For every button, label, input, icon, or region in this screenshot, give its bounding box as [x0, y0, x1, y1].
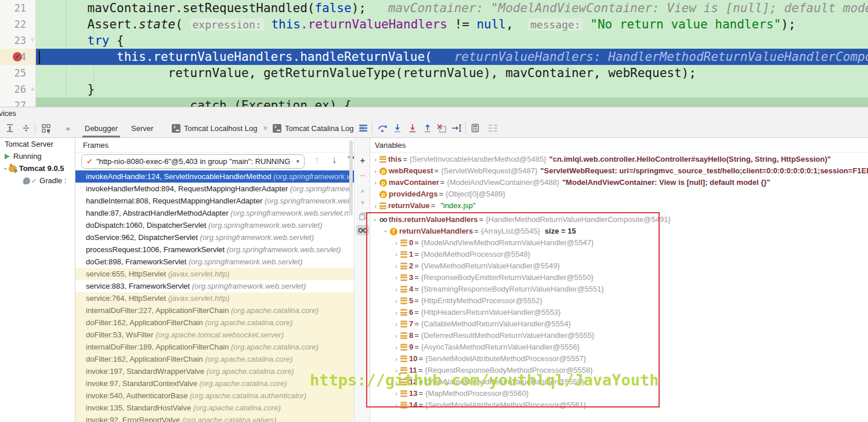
step-out-button[interactable] — [422, 123, 433, 133]
breakpoint-icon[interactable]: ✓ — [13, 52, 22, 61]
variables-list[interactable]: ›this={ServletInvocableHandlerMethod@548… — [370, 154, 868, 422]
gutter-line[interactable]: 23▿ — [0, 32, 35, 49]
gutter-line[interactable]: 25 — [0, 65, 35, 81]
chevron-collapsed-icon[interactable]: › — [392, 318, 400, 330]
frame-row[interactable]: service:764, HttpServlet (javax.servlet.… — [75, 292, 354, 304]
layout-settings-button[interactable] — [358, 123, 368, 133]
variable-row[interactable]: ›pmavContainer={ModelAndViewContainer@54… — [370, 177, 868, 188]
frame-row[interactable]: handle:87, AbstractHandlerMethodAdapter … — [75, 207, 354, 219]
frame-row[interactable]: service:883, FrameworkServlet (org.sprin… — [75, 280, 354, 292]
chevron-expanded-icon[interactable]: › — [380, 227, 392, 235]
duplicate-watch-button[interactable] — [355, 210, 371, 222]
tree-item-tomcat-9-0-5[interactable]: ›Tomcat 9.0.5 — [0, 162, 75, 174]
chevron-collapsed-icon[interactable]: › — [392, 295, 400, 307]
frame-row[interactable]: doGet:898, FrameworkServlet (org.springf… — [75, 256, 354, 268]
frame-row[interactable]: invokeAndHandle:124, ServletInvocableHan… — [75, 170, 354, 183]
move-watch-down-button[interactable]: ▼ — [355, 197, 371, 208]
tab-server[interactable]: Server — [131, 119, 153, 137]
frame-row[interactable]: doService:962, DispatcherServlet (org.sp… — [75, 231, 354, 243]
gutter-line[interactable]: 21 — [0, 0, 35, 16]
frame-row[interactable]: doDispatch:1060, DispatcherServlet (org.… — [75, 219, 354, 231]
variable-row[interactable]: ›0={ModelAndViewMethodReturnValueHandler… — [370, 237, 868, 249]
variable-row[interactable]: ›7={CallableMethodReturnValueHandler@555… — [370, 318, 868, 330]
variable-row[interactable]: ›2={ViewMethodReturnValueHandler@5549} — [370, 260, 868, 272]
chevron-collapsed-icon[interactable]: › — [392, 307, 400, 318]
gutter-line[interactable]: 24✓ — [0, 49, 35, 65]
editor-code-area[interactable]: mavContainer.setRequestHandled(false); m… — [36, 0, 868, 107]
layout-columns-button[interactable] — [487, 123, 498, 133]
variable-row[interactable]: ›this={ServletInvocableHandlerMethod@548… — [370, 154, 868, 165]
frame-row[interactable]: invoke:197, StandardWrapperValve (org.ap… — [75, 365, 354, 377]
variable-row[interactable]: ›8={DeferredResultMethodReturnValueHandl… — [370, 330, 868, 341]
close-icon[interactable]: × — [263, 123, 267, 133]
move-watch-up-button[interactable]: ▲ — [355, 184, 371, 196]
tab-tomcat-catalina-log[interactable]: Tomcat Catalina Log × — [273, 119, 364, 137]
variable-row[interactable]: ›oothis.returnValueHandlers={HandlerMeth… — [370, 214, 868, 225]
chevron-collapsed-icon[interactable]: › — [392, 388, 400, 399]
frame-row[interactable]: internalDoFilter:189, ApplicationFilterC… — [75, 341, 354, 353]
editor-gutter[interactable]: 212223▿24✓2526▵27 — [0, 0, 36, 107]
tree-item-running[interactable]: Running — [0, 150, 75, 162]
expand-all-button[interactable] — [5, 123, 15, 133]
variable-row[interactable]: ›12={ViewNameMethodReturnValueHandler@55… — [370, 376, 868, 388]
chevron-collapsed-icon[interactable]: › — [392, 330, 400, 341]
prev-frame-button[interactable]: ↑ — [314, 155, 319, 165]
frames-scrollbar[interactable] — [349, 140, 353, 216]
variable-row[interactable]: ›9={AsyncTaskMethodReturnValueHandler@55… — [370, 341, 868, 353]
variable-row[interactable]: pprovidedArgs={Object[0]@5489} — [370, 188, 868, 200]
fold-down-icon[interactable]: ▿ — [31, 37, 34, 43]
remove-watch-button[interactable]: − — [355, 169, 371, 181]
fold-up-icon[interactable]: ▵ — [31, 85, 34, 92]
collapse-all-button[interactable] — [21, 123, 31, 133]
tree-item-tomcat-server[interactable]: Tomcat Server — [0, 138, 75, 150]
frame-row[interactable]: doFilter:162, ApplicationFilterChain (or… — [75, 316, 354, 329]
tree-item-gradle-[interactable]: ✓Gradle : — [0, 174, 75, 187]
chevron-collapsed-icon[interactable]: › — [371, 165, 379, 177]
gutter-line[interactable]: 26▵ — [0, 81, 35, 97]
frame-row[interactable]: handleInternal:808, RequestMappingHandle… — [75, 195, 354, 207]
thread-selector[interactable]: ✔ "http-nio-8080-exec-6"@5,403 in group … — [81, 154, 305, 169]
chevron-collapsed-icon[interactable]: › — [392, 249, 400, 260]
evaluate-expression-button[interactable] — [470, 123, 480, 133]
frame-row[interactable]: doFilter:162, ApplicationFilterChain (or… — [75, 353, 354, 365]
chevron-collapsed-icon[interactable]: › — [371, 177, 379, 188]
variable-row[interactable]: ›13={MapMethodProcessor@5560} — [370, 388, 868, 399]
chevron-collapsed-icon[interactable]: › — [392, 237, 400, 249]
variable-row[interactable]: ›returnValue="index.jsp" — [370, 200, 868, 212]
force-step-into-button[interactable] — [407, 123, 418, 133]
frame-row[interactable]: invoke:97, StandardContextValve (org.apa… — [75, 377, 354, 390]
chevron-collapsed-icon[interactable]: › — [392, 341, 400, 353]
gutter-line[interactable]: 22 — [0, 16, 35, 32]
chevron-collapsed-icon[interactable]: › — [371, 154, 379, 165]
frame-row[interactable]: invokeHandlerMethod:894, RequestMappingH… — [75, 183, 354, 195]
add-watch-button[interactable]: + — [355, 154, 371, 166]
chevron-collapsed-icon[interactable]: › — [392, 376, 400, 388]
chevron-collapsed-icon[interactable]: › — [392, 272, 400, 283]
gutter-line[interactable]: 27 — [0, 97, 35, 107]
variable-row[interactable]: ›pwebRequest={ServletWebRequest@5487}"Se… — [370, 165, 868, 177]
variable-row[interactable]: ›6={HttpHeadersReturnValueHandler@5553} — [370, 307, 868, 318]
chevron-collapsed-icon[interactable]: › — [392, 399, 400, 411]
tab-debugger[interactable]: Debugger — [85, 119, 118, 137]
variable-row[interactable]: ›11={RequestResponseBodyMethodProcessor@… — [370, 365, 868, 376]
step-into-button[interactable] — [392, 123, 403, 133]
frames-list[interactable]: invokeAndHandle:124, ServletInvocableHan… — [75, 170, 354, 422]
variable-row[interactable]: ›14={ServletModelAttributeMethodProcesso… — [370, 399, 868, 411]
frame-row[interactable]: processRequest:1006, FrameworkServlet (o… — [75, 243, 354, 256]
variable-row[interactable]: ›1={ModelMethodProcessor@5548} — [370, 249, 868, 260]
drop-frame-button[interactable] — [436, 123, 447, 133]
variable-row[interactable]: ›5={HttpEntityMethodProcessor@5552} — [370, 295, 868, 307]
variable-row[interactable]: ›freturnValueHandlers={ArrayList@5545}si… — [370, 225, 868, 237]
chevron-collapsed-icon[interactable]: › — [392, 353, 400, 365]
chevron-collapsed-icon[interactable]: › — [371, 200, 379, 212]
chevron-expanded-icon[interactable]: › — [370, 216, 381, 224]
frame-row[interactable]: doFilter:53, WsFilter (org.apache.tomcat… — [75, 329, 354, 341]
more-chevrons-icon[interactable]: » — [63, 123, 73, 133]
chevron-collapsed-icon[interactable]: › — [392, 365, 400, 376]
variable-row[interactable]: ›10={ServletModelAttributeMethodProcesso… — [370, 353, 868, 365]
show-watches-toggle[interactable] — [356, 225, 369, 235]
chevron-collapsed-icon[interactable]: › — [392, 260, 400, 272]
services-tree[interactable]: Tomcat ServerRunning›Tomcat 9.0.5✓Gradle… — [0, 138, 75, 422]
frame-row[interactable]: invoke:540, AuthenticatorBase (org.apach… — [75, 390, 354, 402]
variable-row[interactable]: ›4={StreamingResponseBodyReturnValueHand… — [370, 283, 868, 295]
